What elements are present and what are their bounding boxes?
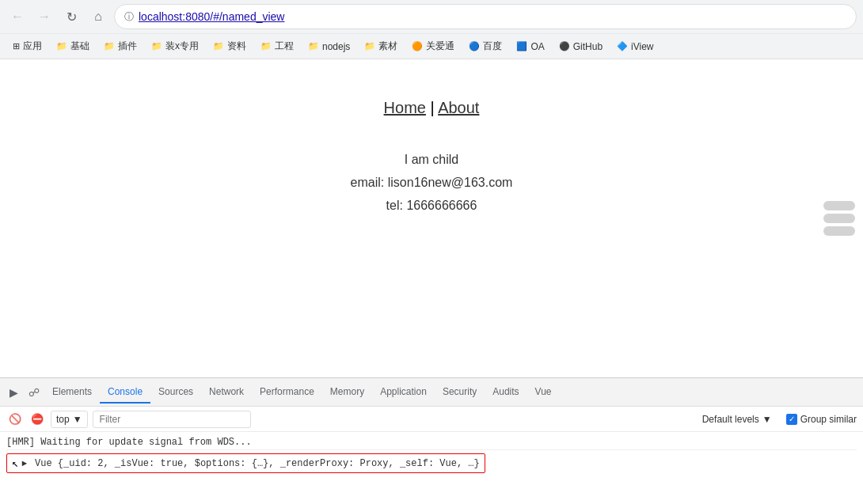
github-icon: ⚫ xyxy=(559,41,570,51)
cursor-icon: ↖ xyxy=(12,457,18,470)
tab-vue[interactable]: Vue xyxy=(527,381,560,404)
group-similar-toggle[interactable]: Group similar xyxy=(786,414,857,425)
browser-chrome: ← → ↻ ⌂ ⓘ localhost:8080/#/named_view ⊞ … xyxy=(0,0,863,59)
iview-icon: 🔷 xyxy=(617,41,628,51)
folder-icon: 📁 xyxy=(364,41,375,51)
nav-separator: | xyxy=(431,99,435,116)
bookmark-bar: ⊞ 应用 📁 基础 📁 插件 📁 装x专用 📁 资料 📁 工程 📁 nodejs xyxy=(0,33,863,59)
vue-object-text: Vue {_uid: 2, _isVue: true, $options: {…… xyxy=(35,458,480,469)
address-bar[interactable]: ⓘ localhost:8080/#/named_view xyxy=(114,4,857,29)
folder-icon: 📁 xyxy=(151,41,162,51)
back-button[interactable]: ← xyxy=(6,6,29,28)
bookmark-materials[interactable]: 📁 素材 xyxy=(358,37,404,55)
bookmark-basic[interactable]: 📁 基础 xyxy=(50,37,96,55)
scrollbar-thumb-2 xyxy=(823,214,855,223)
child-text: I am child xyxy=(351,149,513,172)
bookmark-label: 装x专用 xyxy=(165,40,199,53)
bookmark-data[interactable]: 📁 资料 xyxy=(207,37,253,55)
tel-label: tel: xyxy=(386,199,403,212)
bookmark-label: 基础 xyxy=(70,40,89,53)
hmr-log: [HMR] Waiting for update signal from WDS… xyxy=(6,435,857,450)
bookmark-zhuangx[interactable]: 📁 装x专用 xyxy=(145,37,205,55)
inspect-element-button[interactable]: ▶ xyxy=(3,382,24,403)
tab-performance[interactable]: Performance xyxy=(252,381,322,404)
clear-console-button[interactable]: 🚫 xyxy=(6,411,24,428)
expand-arrow[interactable]: ► xyxy=(21,459,27,468)
bookmark-label: GitHub xyxy=(573,41,603,52)
group-similar-label: Group similar xyxy=(800,414,857,425)
bookmark-apps[interactable]: ⊞ 应用 xyxy=(6,37,48,55)
chevron-down-icon: ▼ xyxy=(762,414,772,425)
folder-icon: 📁 xyxy=(213,41,224,51)
bookmark-guaitong[interactable]: 🟠 关爱通 xyxy=(405,37,461,55)
tab-sources[interactable]: Sources xyxy=(150,381,201,404)
bookmark-label: OA xyxy=(530,41,544,52)
bookmark-label: iView xyxy=(631,41,653,52)
tab-console[interactable]: Console xyxy=(100,381,150,404)
pause-button[interactable]: ⛔ xyxy=(29,411,46,428)
forward-button[interactable]: → xyxy=(33,6,55,28)
apps-icon: ⊞ xyxy=(13,41,20,51)
secure-icon: ⓘ xyxy=(124,10,134,24)
vue-output-line: ↖ ► Vue {_uid: 2, _isVue: true, $options… xyxy=(6,450,857,475)
url-text: localhost:8080/#/named_view xyxy=(139,10,284,23)
home-button[interactable]: ⌂ xyxy=(87,6,109,28)
default-levels-label: Default levels xyxy=(702,414,759,425)
scrollbar-thumb-1 xyxy=(823,201,855,210)
folder-icon: 📁 xyxy=(260,41,272,51)
context-selector[interactable]: top ▼ xyxy=(51,411,88,428)
baidu-icon: 🔵 xyxy=(469,41,480,51)
bookmark-label: 应用 xyxy=(23,40,42,53)
bookmark-label: nodejs xyxy=(322,41,350,52)
page-nav: Home | About xyxy=(384,99,480,117)
filter-input[interactable] xyxy=(93,411,251,428)
oa-icon: 🟦 xyxy=(516,41,527,51)
about-link[interactable]: About xyxy=(438,99,479,116)
home-link[interactable]: Home xyxy=(384,99,426,116)
email-line: email: lison16new@163.com xyxy=(351,172,513,195)
email-label: email: xyxy=(351,176,385,189)
guaitong-icon: 🟠 xyxy=(412,41,423,51)
default-levels-dropdown[interactable]: Default levels ▼ xyxy=(702,414,772,425)
page-content: Home | About I am child email: lison16ne… xyxy=(0,59,863,377)
bookmark-nodejs[interactable]: 📁 nodejs xyxy=(302,39,356,55)
nav-bar: ← → ↻ ⌂ ⓘ localhost:8080/#/named_view xyxy=(0,0,863,33)
context-label: top xyxy=(56,414,70,425)
bookmark-github[interactable]: ⚫ GitHub xyxy=(553,39,609,55)
tab-network[interactable]: Network xyxy=(201,381,252,404)
bookmark-label: 工程 xyxy=(275,40,294,53)
bookmark-plugins[interactable]: 📁 插件 xyxy=(97,37,143,55)
device-toggle-button[interactable]: ☍ xyxy=(24,382,44,403)
reload-button[interactable]: ↻ xyxy=(60,6,82,28)
scrollbar-thumb-3 xyxy=(823,226,855,236)
devtools-tabs: ▶ ☍ Elements Console Sources Network Per… xyxy=(0,378,863,407)
tab-application[interactable]: Application xyxy=(372,381,435,404)
folder-icon: 📁 xyxy=(104,41,115,51)
scrollbar-area xyxy=(823,201,855,236)
email-value: lison16new@163.com xyxy=(388,176,513,189)
bookmark-label: 百度 xyxy=(483,40,502,53)
devtools-toolbar: 🚫 ⛔ top ▼ Default levels ▼ Group similar xyxy=(0,407,863,432)
tel-line: tel: 1666666666 xyxy=(351,195,513,218)
bookmark-baidu[interactable]: 🔵 百度 xyxy=(462,37,508,55)
chevron-down-icon: ▼ xyxy=(73,414,82,425)
devtools-console: [HMR] Waiting for update signal from WDS… xyxy=(0,432,863,504)
devtools-panel: ▶ ☍ Elements Console Sources Network Per… xyxy=(0,377,863,504)
tab-security[interactable]: Security xyxy=(435,381,485,404)
group-similar-checkbox[interactable] xyxy=(786,414,797,425)
bookmark-label: 插件 xyxy=(118,40,137,53)
tel-value: 1666666666 xyxy=(406,199,477,212)
bookmark-label: 关爱通 xyxy=(426,40,454,53)
bookmark-oa[interactable]: 🟦 OA xyxy=(510,39,550,55)
child-info: I am child email: lison16new@163.com tel… xyxy=(351,149,513,217)
folder-icon: 📁 xyxy=(308,41,319,51)
tab-memory[interactable]: Memory xyxy=(322,381,372,404)
bookmark-label: 资料 xyxy=(227,40,246,53)
bookmark-label: 素材 xyxy=(378,40,397,53)
tab-audits[interactable]: Audits xyxy=(485,381,527,404)
vue-output-box[interactable]: ↖ ► Vue {_uid: 2, _isVue: true, $options… xyxy=(6,453,485,473)
folder-icon: 📁 xyxy=(56,41,67,51)
tab-elements[interactable]: Elements xyxy=(44,381,100,404)
bookmark-iview[interactable]: 🔷 iView xyxy=(610,39,660,55)
bookmark-project[interactable]: 📁 工程 xyxy=(254,37,300,55)
